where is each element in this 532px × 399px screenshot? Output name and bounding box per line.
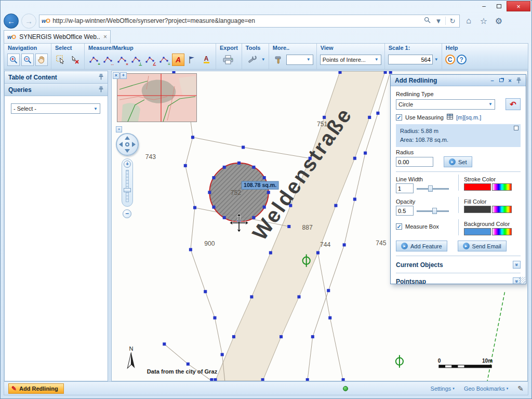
vertex-handle[interactable] [221, 353, 224, 356]
tools-dropdown-icon[interactable]: ▼ [261, 57, 265, 62]
tools-wrench-button[interactable] [245, 54, 260, 66]
radius-input[interactable] [396, 157, 433, 167]
pan-down-icon[interactable] [125, 149, 130, 153]
vertex-handle[interactable] [204, 290, 207, 293]
vertex-handle[interactable] [368, 116, 371, 119]
more-tools-dropdown[interactable]: ▼ [286, 55, 313, 65]
redlining-type-dropdown[interactable]: Circle ▼ [396, 99, 495, 110]
undo-button[interactable]: ↶ [506, 98, 521, 110]
fill-color-picker[interactable] [492, 206, 512, 213]
add-redlining-status-button[interactable]: ✎ Add Redlining [8, 383, 64, 394]
maximize-button[interactable] [491, 1, 507, 11]
more-hammer-button[interactable] [272, 54, 285, 66]
set-button[interactable]: ▸ Set [444, 156, 472, 167]
sidebar-item-queries[interactable]: Queries [5, 84, 108, 96]
vertex-handle[interactable] [223, 166, 226, 169]
vertex-handle[interactable] [343, 243, 346, 246]
current-objects-section[interactable]: Current Objects » [396, 259, 521, 271]
address-bar[interactable]: wO http://w-lap-wintner/WebOffice/synser… [39, 15, 460, 28]
pin-icon[interactable] [98, 73, 104, 82]
select-features-button[interactable] [55, 54, 67, 66]
vertex-handle[interactable] [252, 166, 255, 169]
minimize-button[interactable]: – [476, 1, 491, 11]
measure-line-tool[interactable]: ↔ [102, 54, 114, 66]
geo-bookmarks-menu[interactable]: Geo Bookmarks▾ [464, 385, 508, 392]
vertex-handle[interactable] [252, 216, 255, 219]
pin-icon[interactable] [98, 86, 104, 94]
vertex-handle[interactable] [223, 216, 226, 219]
overview-move-button[interactable]: + [120, 72, 127, 79]
panel-header[interactable]: Add Redlining – × [391, 75, 526, 86]
vertex-handle[interactable] [269, 251, 272, 254]
home-icon[interactable]: ⌂ [462, 15, 475, 27]
vertex-handle[interactable] [289, 204, 292, 207]
zoom-in-button[interactable] [7, 54, 20, 66]
pan-right-icon[interactable] [132, 142, 136, 147]
vertex-handle[interactable] [342, 378, 345, 381]
panel-pin-icon[interactable] [514, 76, 523, 85]
vertex-handle[interactable] [213, 316, 216, 320]
zoom-in-slider-button[interactable]: + [124, 161, 131, 168]
vertex-handle[interactable] [338, 71, 341, 74]
vertex-handle[interactable] [184, 164, 187, 167]
clear-selection-button[interactable] [69, 54, 81, 66]
search-icon[interactable] [422, 17, 432, 25]
vertex-handle[interactable] [311, 335, 314, 338]
vertex-handle[interactable] [261, 378, 264, 381]
scale-input[interactable] [388, 55, 433, 64]
text-label-button[interactable]: A [200, 54, 212, 66]
panel-resize-grip[interactable] [519, 277, 525, 283]
pan-center-icon[interactable] [125, 142, 129, 147]
zoom-out-slider-button[interactable]: − [123, 209, 131, 218]
stroke-color-swatch[interactable] [464, 183, 491, 191]
popout-icon[interactable] [514, 126, 518, 130]
vertex-handle[interactable] [242, 145, 245, 149]
opacity-input[interactable] [396, 206, 414, 216]
close-button[interactable]: × [507, 1, 530, 11]
vertex-handle[interactable] [232, 335, 235, 338]
panel-float-icon[interactable] [497, 76, 506, 85]
print-button[interactable] [219, 54, 237, 66]
pan-hand-button[interactable] [35, 54, 48, 66]
line-width-slider[interactable] [417, 185, 449, 192]
vertex-handle[interactable] [297, 295, 300, 298]
back-button[interactable]: ← [4, 14, 19, 29]
send-email-button[interactable]: ▸ Send Email [458, 241, 507, 251]
measure-delete-tool[interactable]: × [116, 54, 128, 66]
favorites-star-icon[interactable]: ☆ [477, 15, 490, 27]
vertex-handle[interactable] [353, 157, 356, 160]
vertex-handle[interactable] [191, 136, 194, 139]
add-redlining-tool-active[interactable]: A [172, 54, 184, 66]
forward-button[interactable]: → [21, 14, 36, 29]
vertex-handle[interactable] [187, 363, 190, 366]
settings-gear-icon[interactable]: ⚙ [493, 15, 505, 27]
background-color-swatch[interactable] [464, 228, 491, 235]
pan-pad[interactable] [116, 133, 139, 156]
scale-dropdown-icon[interactable]: ▼ [434, 57, 438, 62]
vertex-handle[interactable] [306, 378, 309, 381]
edit-pencil-icon[interactable]: ✎ [517, 384, 524, 393]
vertex-handle[interactable] [267, 191, 270, 194]
vertex-handle[interactable] [189, 248, 192, 251]
url-text[interactable]: http://w-lap-wintner/WebOffice/synserver… [52, 17, 420, 24]
vertex-handle[interactable] [212, 176, 215, 179]
opacity-slider[interactable] [417, 207, 449, 215]
vertex-handle[interactable] [237, 162, 241, 165]
tab-close-icon[interactable]: × [103, 33, 107, 41]
line-width-input[interactable] [396, 183, 414, 193]
vertex-handle[interactable] [323, 116, 326, 119]
pan-left-icon[interactable] [119, 142, 123, 147]
vertex-handle[interactable] [212, 206, 215, 209]
use-measuring-checkbox[interactable]: ✓ [396, 114, 402, 121]
help-button[interactable]: ? [457, 55, 467, 64]
search-dropdown-icon[interactable]: ▼ [434, 17, 443, 25]
measure-box-checkbox[interactable]: ✓ [396, 223, 402, 230]
stroke-color-picker[interactable] [492, 183, 512, 191]
measure-point-tool[interactable]: + [88, 54, 100, 66]
background-color-picker[interactable] [492, 228, 512, 235]
measure-table-icon[interactable] [447, 114, 453, 121]
vertex-handle[interactable] [334, 204, 337, 207]
pointsnap-section[interactable]: Pointsnap » [396, 275, 521, 284]
measure-perpendicular-tool[interactable]: ⊥ [130, 54, 142, 66]
pan-up-icon[interactable] [125, 136, 130, 140]
